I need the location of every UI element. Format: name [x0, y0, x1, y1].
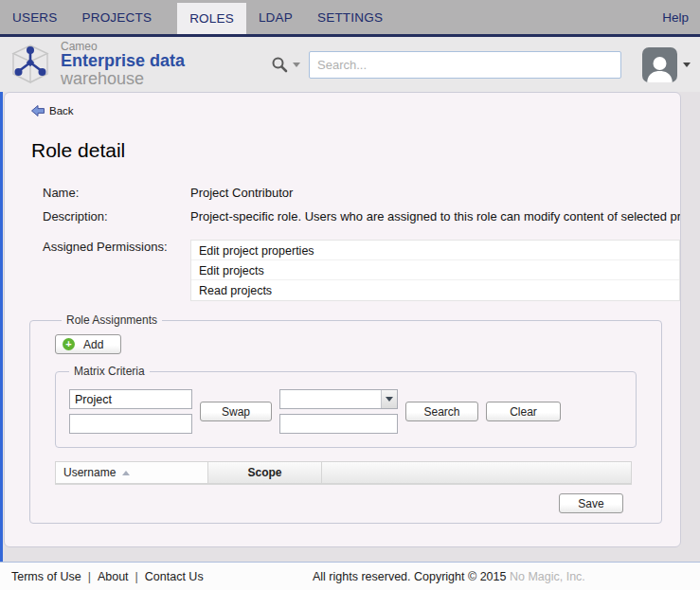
footer-links: Terms of Use | About | Contact Us: [11, 570, 204, 583]
column-header-empty: [322, 461, 632, 484]
user-menu: [642, 47, 691, 82]
terms-of-use-link[interactable]: Terms of Use: [11, 570, 81, 583]
permission-item: Read projects: [191, 280, 679, 300]
about-link[interactable]: About: [98, 570, 129, 583]
permissions-label: Assigned Permissions:: [43, 240, 190, 254]
add-button[interactable]: + Add: [55, 334, 121, 354]
permission-item: Edit projects: [191, 260, 679, 280]
footer-separator: |: [88, 570, 91, 583]
name-row: Name: Project Contributor: [43, 186, 680, 200]
column-header-username[interactable]: Username: [55, 461, 208, 484]
permissions-row: Assigned Permissions: Edit project prope…: [43, 240, 680, 301]
copyright-light: No Magic, Inc.: [506, 570, 584, 583]
permission-item: Edit project properties: [191, 241, 679, 260]
nav-item-ldap[interactable]: LDAP: [246, 0, 305, 34]
nav-item-roles[interactable]: ROLES: [177, 3, 246, 34]
logo-text: Cameo Enterprise data warehouse: [61, 41, 261, 88]
search-icon[interactable]: [271, 56, 288, 73]
column-criteria-input[interactable]: [279, 414, 398, 434]
description-value: Project-specific role. Users who are ass…: [190, 209, 680, 223]
row-criteria-column: [69, 389, 192, 434]
plus-icon: +: [63, 338, 75, 350]
role-detail-panel: Back Role detail Name: Project Contribut…: [4, 92, 681, 547]
username-header-label: Username: [63, 466, 116, 479]
description-label: Description:: [43, 209, 190, 223]
search-input[interactable]: [309, 51, 621, 79]
assigned-permissions-listbox: Edit project properties Edit projects Re…: [190, 240, 680, 301]
nav-item-projects[interactable]: PROJECTS: [70, 0, 165, 34]
page-footer: Terms of Use | About | Contact Us All ri…: [0, 562, 700, 590]
left-edge-stripe: [0, 92, 3, 590]
save-row: Save: [55, 493, 623, 513]
assignments-table-header: Username Scope: [55, 461, 632, 485]
add-button-label: Add: [83, 338, 103, 351]
user-avatar[interactable]: [642, 47, 677, 82]
nav-item-settings[interactable]: SETTINGS: [305, 0, 395, 34]
matrix-criteria-grid: Swap Search Clear: [69, 389, 622, 434]
clear-button[interactable]: Clear: [486, 402, 561, 421]
row-criteria-input-1[interactable]: [69, 389, 192, 409]
nav-item-users[interactable]: USERS: [0, 0, 70, 34]
role-fields: Name: Project Contributor Description: P…: [43, 186, 680, 301]
footer-separator: |: [135, 570, 138, 583]
search-button[interactable]: Search: [405, 402, 478, 421]
back-link[interactable]: Back: [31, 105, 74, 116]
cameo-cube-icon: [9, 44, 52, 85]
matrix-criteria-fieldset: Matrix Criteria Swap Search: [55, 365, 637, 448]
footer-gap: [0, 547, 700, 562]
user-menu-dropdown-icon[interactable]: [683, 63, 691, 67]
column-criteria-select[interactable]: [279, 389, 398, 409]
role-assignments-legend: Role Assignments: [62, 313, 162, 327]
copyright-text: All rights reserved. Copyright © 2015 No…: [313, 570, 585, 583]
page-title: Role detail: [31, 139, 680, 162]
name-label: Name:: [43, 186, 190, 200]
search-scope-dropdown-icon[interactable]: [293, 63, 300, 67]
app-logo[interactable]: Cameo Enterprise data warehouse: [9, 41, 261, 88]
search-area: [271, 51, 621, 79]
copyright-dark: All rights reserved. Copyright © 2015: [313, 570, 506, 583]
matrix-criteria-legend: Matrix Criteria: [69, 365, 150, 378]
logo-warehouse: warehouse: [61, 69, 144, 88]
column-criteria-column: [279, 389, 398, 434]
back-arrow-icon: [31, 105, 45, 116]
row-criteria-input-2[interactable]: [69, 414, 192, 434]
nav-spacer: [164, 0, 177, 34]
chevron-down-icon: [386, 397, 393, 402]
sort-ascending-icon: [122, 471, 130, 475]
logo-enterprise-data: Enterprise data: [61, 51, 185, 70]
name-value: Project Contributor: [190, 186, 680, 200]
save-button[interactable]: Save: [559, 493, 623, 513]
top-navigation: USERS PROJECTS ROLES LDAP SETTINGS Help: [0, 0, 700, 37]
logo-line-product: Enterprise data warehouse: [61, 52, 261, 88]
description-row: Description: Project-specific role. User…: [43, 209, 680, 223]
back-label: Back: [49, 105, 74, 116]
person-icon: [644, 53, 675, 82]
help-link[interactable]: Help: [651, 0, 700, 34]
app-header: Cameo Enterprise data warehouse: [0, 37, 700, 92]
role-assignments-fieldset: Role Assignments + Add Matrix Criteria S…: [29, 313, 662, 524]
contact-us-link[interactable]: Contact Us: [145, 570, 204, 583]
swap-button[interactable]: Swap: [200, 402, 272, 421]
column-header-scope[interactable]: Scope: [208, 461, 322, 484]
select-dropdown-button[interactable]: [381, 390, 397, 408]
